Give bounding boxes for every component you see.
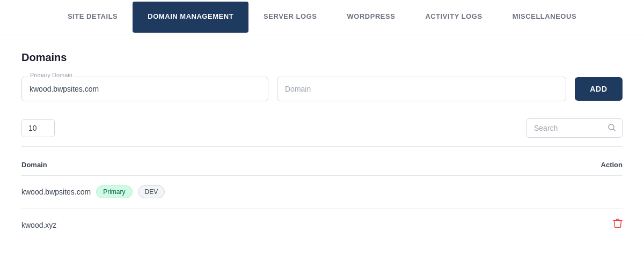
action-cell: [544, 176, 623, 208]
tab-domain-management[interactable]: DOMAIN MANAGEMENT: [133, 2, 248, 33]
domain-name: kwood.bwpsites.com: [21, 188, 91, 196]
domain-input-row: Primary Domain kwood.bwpsites.com ADD: [21, 77, 623, 101]
badge-primary: Primary: [96, 185, 132, 198]
domain-cell: kwood.xyz: [21, 208, 544, 242]
tab-activity-logs[interactable]: ACTIVITY LOGS: [410, 2, 497, 33]
section-title: Domains: [21, 51, 623, 64]
primary-domain-label: Primary Domain: [28, 72, 75, 78]
primary-domain-select[interactable]: kwood.bwpsites.com: [21, 77, 268, 101]
column-header-action: Action: [544, 155, 623, 176]
add-button[interactable]: ADD: [575, 77, 623, 101]
table-header-row: Domain Action: [21, 155, 623, 176]
main-content: Domains Primary Domain kwood.bwpsites.co…: [0, 34, 644, 269]
tab-site-details[interactable]: SITE DETAILS: [53, 2, 133, 33]
action-cell: [544, 208, 623, 242]
svg-line-1: [613, 129, 616, 131]
delete-icon[interactable]: [613, 220, 623, 231]
table-row: kwood.bwpsites.comPrimaryDEV: [21, 176, 623, 208]
primary-domain-wrapper: Primary Domain kwood.bwpsites.com: [21, 77, 268, 101]
search-icon: [608, 123, 616, 133]
per-page-wrapper: 10 25 50: [21, 119, 55, 137]
tab-wordpress[interactable]: WORDPRESS: [332, 2, 411, 33]
domain-cell: kwood.bwpsites.comPrimaryDEV: [21, 176, 544, 208]
table-row: kwood.xyz: [21, 208, 623, 242]
top-navigation: SITE DETAILS DOMAIN MANAGEMENT SERVER LO…: [0, 0, 644, 34]
table-controls: 10 25 50: [21, 118, 623, 147]
domain-input[interactable]: [277, 77, 566, 101]
domains-table: Domain Action kwood.bwpsites.comPrimaryD…: [21, 155, 623, 241]
badge-dev: DEV: [138, 185, 165, 198]
per-page-select[interactable]: 10 25 50: [21, 119, 55, 137]
domain-name: kwood.xyz: [21, 221, 56, 229]
search-wrapper: [526, 118, 623, 138]
column-header-domain: Domain: [21, 155, 544, 176]
tab-server-logs[interactable]: SERVER LOGS: [248, 2, 332, 33]
tab-miscellaneous[interactable]: MISCELLANEOUS: [497, 2, 591, 33]
